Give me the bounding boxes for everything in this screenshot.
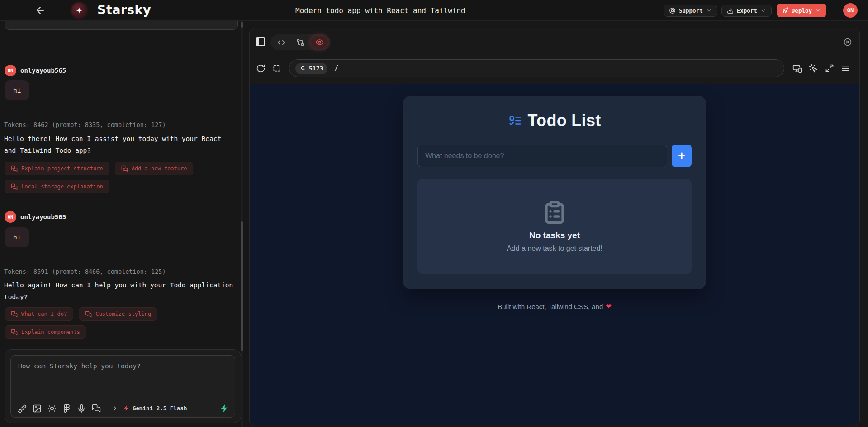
chevron-down-icon [815,8,821,14]
eye-icon [315,38,324,47]
messages-icon [11,311,18,318]
suggestion-chip[interactable]: Explain components [5,325,86,339]
zap-send-icon [220,404,229,413]
project-title: Modern todo app with React and Tailwind [295,6,465,14]
empty-state-title: No tasks yet [529,230,580,240]
topbar-actions: Support Export Deploy ON [664,0,858,21]
help-circle-icon [669,7,676,14]
maximize-icon [825,64,834,73]
suggestion-chip[interactable]: What can I do? [5,307,73,321]
avatar: ON [5,65,16,76]
list-todo-icon [508,114,522,127]
scrollbar-thumb[interactable] [241,22,243,28]
suggestion-chip[interactable]: Local storage explanation [5,180,109,193]
panel-left-icon [255,36,266,47]
messages-icon [92,404,101,413]
back-arrow-icon [35,5,46,16]
username: onlyayoub565 [20,67,66,74]
image-icon [33,404,42,413]
chat-sidebar: ON onlyayoub565 hi Tokens: 8462 (prompt:… [0,21,247,427]
rocket-icon [782,7,788,14]
support-button[interactable]: Support [664,5,717,17]
chevron-down-icon [706,8,712,14]
suggestion-chip[interactable]: Customize styling [79,307,157,321]
mic-button[interactable] [77,404,86,413]
chip-label: Add a new feature [132,165,187,172]
inspect-click-button[interactable] [809,64,818,73]
model-label: Gemini 2.5 Flash [133,405,187,412]
chip-label: Explain components [21,329,80,335]
app-viewport: Todo List + No tasks yet Add a new task … [250,84,859,425]
suggestion-chip[interactable]: Add a new feature [115,162,194,175]
composer-inner: Gemini 2.5 Flash [10,355,235,418]
responsive-preview-button[interactable] [792,64,802,73]
deploy-button[interactable]: Deploy [777,4,826,17]
footer-text: Built with React, Tailwind CSS, and [498,303,603,310]
figma-icon [62,404,71,413]
empty-state-subtitle: Add a new task to get started! [507,244,602,253]
avatar: ON [5,211,16,223]
panel-toggle-button[interactable] [255,36,266,47]
code-icon [277,38,285,47]
refresh-button[interactable] [256,64,266,73]
export-label: Export [737,7,757,14]
chat-input[interactable] [11,356,235,394]
browser-bar: 5173 [250,58,859,78]
chat-composer: Gemini 2.5 Flash [5,349,241,423]
starsky-logo [71,3,87,18]
select-element-button[interactable] [272,64,281,73]
figma-button[interactable] [62,404,71,413]
heart-icon: ❤ [606,302,612,310]
devices-icon [792,64,802,73]
url-bar[interactable]: 5173 [289,59,784,77]
close-preview-button[interactable] [843,38,852,47]
topbar: Starsky Modern todo app with React and T… [0,0,868,21]
paintbrush-button[interactable] [18,404,27,413]
theme-button[interactable] [47,404,57,413]
suggestion-chip[interactable]: Explain project structure [5,162,109,175]
todo-app-title: Todo List [528,111,601,130]
messages-icon [11,183,18,190]
export-button[interactable]: Export [721,5,772,17]
add-task-button[interactable]: + [672,145,692,167]
chip-label: What can I do? [21,311,67,317]
back-button[interactable] [33,4,47,17]
image-button[interactable] [33,404,42,413]
todo-footer: Built with React, Tailwind CSS, and ❤ [498,302,612,310]
user-message-bubble: hi [5,227,29,247]
code-view-button[interactable] [273,36,290,49]
support-label: Support [679,7,703,14]
user-avatar[interactable]: ON [843,3,858,18]
deploy-label: Deploy [792,7,812,14]
todo-title-row: Todo List [417,111,692,130]
scrollbar-thumb[interactable] [241,221,243,351]
preview-view-button[interactable] [311,36,328,49]
paintbrush-icon [18,404,27,413]
fullscreen-button[interactable] [825,64,834,73]
send-button[interactable] [220,404,229,413]
url-path-input[interactable] [334,64,778,72]
messages-icon [121,165,128,172]
preview-toolbar [250,28,859,56]
suggestion-chips: What can I do? Customize styling Explain… [5,307,200,339]
zap-icon [123,405,130,412]
preview-panel: 5173 Todo List [249,28,860,426]
menu-button[interactable] [841,64,850,73]
new-task-input[interactable] [417,145,667,167]
chip-label: Local storage explanation [21,183,103,190]
clipboard-icon [542,200,567,225]
star-icon [75,6,83,14]
chevron-down-icon [760,8,766,14]
token-usage: Tokens: 8591 (prompt: 8466, completion: … [4,268,166,275]
username: onlyayoub565 [20,213,66,221]
port-badge[interactable]: 5173 [295,63,327,74]
chat-history-button[interactable] [92,404,101,413]
chip-label: Explain project structure [21,165,103,172]
diff-view-button[interactable] [292,36,309,49]
messages-icon [11,165,18,172]
todo-input-row: + [417,145,692,167]
messages-icon [85,311,92,318]
messages-icon [11,329,18,336]
view-switcher [270,34,330,50]
model-selector[interactable]: Gemini 2.5 Flash [112,405,187,412]
